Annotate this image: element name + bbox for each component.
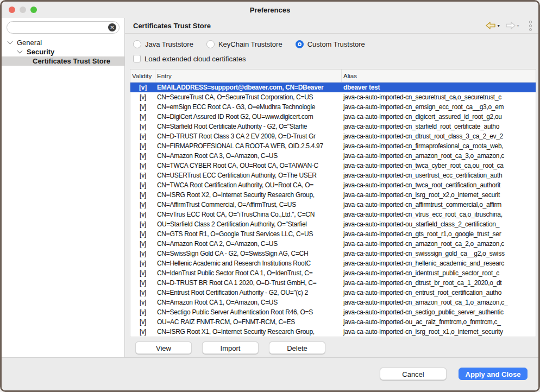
table-row[interactable]: [v]CN=IdenTrust Public Sector Root CA 1,…: [130, 268, 536, 278]
cell-entry: CN=TWCA CYBER Root CA, OU=Root CA, O=TAI…: [155, 161, 342, 170]
table-row[interactable]: [v]CN=Amazon Root CA 1, O=Amazon, C=USja…: [130, 298, 536, 307]
sidebar-item-security[interactable]: Security: [2, 47, 124, 56]
radio-icon: [206, 40, 215, 48]
table-row[interactable]: [v]CN=emSign ECC Root CA - G3, O=eMudhra…: [130, 102, 536, 112]
titlebar: Preferences: [2, 2, 538, 18]
back-button[interactable]: ▼: [486, 22, 500, 29]
column-header-alias[interactable]: Alias: [342, 69, 536, 82]
table-row[interactable]: [v]CN=Sectigo Public Server Authenticati…: [130, 307, 536, 317]
cell-validity: [v]: [130, 92, 155, 102]
cell-alias: java-ca-auto-imported-cn_emsign_ecc_root…: [342, 102, 536, 112]
cell-validity: [v]: [130, 327, 155, 337]
table-row[interactable]: [v]CN=SwissSign Gold CA - G2, O=SwissSig…: [130, 249, 536, 258]
preferences-sidebar: ✕ GeneralSecurityCertificates Trust Stor…: [2, 18, 125, 357]
cell-validity: [v]: [130, 288, 155, 298]
table-row[interactable]: [v]CN=AffirmTrust Commercial, O=AffirmTr…: [130, 200, 536, 210]
radio-icon: [296, 40, 304, 48]
cell-entry: CN=FIRMAPROFESIONAL CA ROOT-A WEB, OID.2…: [155, 141, 342, 151]
cell-validity: [v]: [130, 151, 155, 161]
radio-java-truststore[interactable]: Java Truststore: [133, 40, 193, 48]
cell-entry: EMAILADDRESS=suppport@dbeaver.com, CN=DB…: [155, 83, 342, 92]
cell-validity: [v]: [130, 122, 155, 131]
cell-alias: java-ca-auto-imported-cn_identrust_publi…: [342, 268, 536, 278]
zoom-window-icon[interactable]: [30, 7, 37, 13]
column-header-entry[interactable]: Entry: [155, 69, 342, 82]
table-row[interactable]: [v]CN=D-TRUST BR Root CA 1 2020, O=D-Tru…: [130, 278, 536, 288]
back-dropdown-icon[interactable]: ▼: [497, 24, 500, 28]
table-row[interactable]: [v]CN=Hellenic Academic and Research Ins…: [130, 258, 536, 268]
cell-alias: java-ca-auto-imported-cn_gts_root_r1,o_g…: [342, 229, 536, 239]
clear-search-icon[interactable]: ✕: [108, 23, 116, 31]
cell-entry: CN=ISRG Root X2, O=Internet Security Res…: [155, 190, 342, 200]
sidebar-item-label: Security: [27, 48, 54, 56]
cell-alias: java-ca-auto-imported-cn_isrg_root_x1,o_…: [342, 327, 536, 337]
sidebar-search[interactable]: ✕: [7, 21, 120, 34]
cell-alias: java-ca-auto-imported-ou_starfield_class…: [342, 219, 536, 229]
table-row[interactable]: [v]CN=ISRG Root X1, O=Internet Security …: [130, 327, 536, 337]
radio-label: Java Truststore: [145, 40, 193, 48]
cell-alias: java-ca-auto-imported-ou_ac_raiz_fnmtrcm…: [342, 317, 536, 327]
cell-entry: OU=AC RAIZ FNMT-RCM, O=FNMT-RCM, C=ES: [155, 317, 342, 327]
cell-validity: [v]: [130, 161, 155, 170]
cell-alias: java-ca-auto-imported-cn_usertrust_ecc_c…: [342, 170, 536, 180]
radio-keychain-truststore[interactable]: KeyChain Truststore: [206, 40, 282, 48]
table-row[interactable]: [v]EMAILADDRESS=suppport@dbeaver.com, CN…: [130, 83, 536, 92]
dialog-footer: Cancel Apply and Close: [2, 357, 538, 390]
cell-alias: java-ca-auto-imported-cn_securetrust_ca,…: [342, 92, 536, 102]
table-row[interactable]: [v]CN=SecureTrust CA, O=SecureTrust Corp…: [130, 92, 536, 102]
cell-alias: java-ca-auto-imported-cn_isrg_root_x2,o_…: [342, 190, 536, 200]
sidebar-item-general[interactable]: General: [2, 38, 124, 47]
column-header-validity[interactable]: Validity: [130, 69, 155, 82]
cell-entry: CN=DigiCert Assured ID Root G2, OU=www.d…: [155, 112, 342, 122]
cell-alias: java-ca-auto-imported-cn_sectigo_public_…: [342, 307, 536, 317]
table-row[interactable]: [v]CN=ISRG Root X2, O=Internet Security …: [130, 190, 536, 200]
cell-alias: java-ca-auto-imported-cn_hellenic_academ…: [342, 258, 536, 268]
table-row[interactable]: [v]CN=D-TRUST Root Class 3 CA 2 EV 2009,…: [130, 131, 536, 141]
table-row[interactable]: [v]CN=Entrust Root Certification Authori…: [130, 288, 536, 298]
cell-validity: [v]: [130, 219, 155, 229]
close-window-icon[interactable]: [9, 7, 15, 13]
cell-validity: [v]: [130, 200, 155, 210]
cell-validity: [v]: [130, 239, 155, 249]
preferences-tree: GeneralSecurityCertificates Trust Store: [2, 38, 124, 66]
cell-alias: java-ca-auto-imported-cn_entrust_root_ce…: [342, 288, 536, 298]
load-cloud-certificates-checkbox[interactable]: Load extended cloud certificates: [133, 53, 538, 64]
delete-button[interactable]: Delete: [269, 342, 325, 354]
table-row[interactable]: [v]CN=vTrus ECC Root CA, O="iTrusChina C…: [130, 210, 536, 219]
table-row[interactable]: [v]CN=Amazon Root CA 3, O=Amazon, C=USja…: [130, 151, 536, 161]
main-panel: Certificates Trust Store ▼ ▼: [125, 18, 538, 357]
table-row[interactable]: [v]CN=Starfield Root Certificate Authori…: [130, 122, 536, 131]
cell-validity: [v]: [130, 258, 155, 268]
cell-alias: java-ca-auto-imported-cn_amazon_root_ca_…: [342, 151, 536, 161]
window-controls: [9, 7, 37, 13]
cell-entry: CN=Starfield Root Certificate Authority …: [155, 122, 342, 131]
kebab-menu-icon[interactable]: [528, 20, 533, 32]
table-row[interactable]: [v]CN=FIRMAPROFESIONAL CA ROOT-A WEB, OI…: [130, 141, 536, 151]
table-actions: ViewImportDelete: [135, 342, 538, 354]
search-input[interactable]: [7, 22, 119, 33]
table-row[interactable]: [v]CN=DigiCert Assured ID Root G2, OU=ww…: [130, 112, 536, 122]
chevron-down-icon[interactable]: [8, 39, 13, 45]
cell-validity: [v]: [130, 131, 155, 141]
table-row[interactable]: [v]CN=USERTrust ECC Certification Author…: [130, 170, 536, 180]
cell-entry: CN=D-TRUST Root Class 3 CA 2 EV 2009, O=…: [155, 131, 342, 141]
table-row[interactable]: [v]CN=GTS Root R1, O=Google Trust Servic…: [130, 229, 536, 239]
table-row[interactable]: [v]OU=Starfield Class 2 Certification Au…: [130, 219, 536, 229]
table-row[interactable]: [v]CN=TWCA Root Certification Authority,…: [130, 180, 536, 190]
cell-alias: java-ca-auto-imported-cn_affirmtrust_com…: [342, 200, 536, 210]
sidebar-item-certificates-trust-store[interactable]: Certificates Trust Store: [2, 56, 124, 66]
table-row[interactable]: [v]CN=TWCA CYBER Root CA, OU=Root CA, O=…: [130, 161, 536, 170]
cell-validity: [v]: [130, 190, 155, 200]
view-button[interactable]: View: [135, 342, 192, 354]
table-row[interactable]: [v]OU=AC RAIZ FNMT-RCM, O=FNMT-RCM, C=ES…: [130, 317, 536, 327]
cell-entry: CN=emSign ECC Root CA - G3, O=eMudhra Te…: [155, 102, 342, 112]
table-row[interactable]: [v]CN=Amazon Root CA 2, O=Amazon, C=USja…: [130, 239, 536, 249]
table-header: Validity Entry Alias: [130, 69, 536, 83]
cell-validity: [v]: [130, 210, 155, 219]
cell-validity: [v]: [130, 83, 155, 92]
cancel-button[interactable]: Cancel: [380, 368, 447, 380]
radio-custom-truststore[interactable]: Custom Truststore: [296, 40, 365, 48]
apply-and-close-button[interactable]: Apply and Close: [459, 368, 528, 380]
import-button[interactable]: Import: [202, 342, 259, 354]
chevron-down-icon[interactable]: [17, 48, 23, 54]
